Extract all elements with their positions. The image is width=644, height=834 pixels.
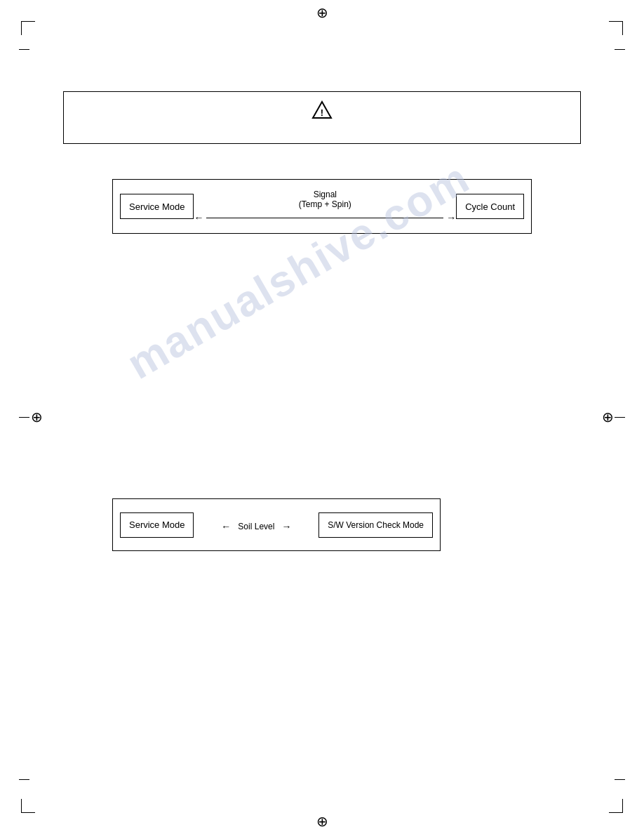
crosshair-bottom: ⊕ — [316, 813, 328, 830]
diagram2-sw-version-box: S/W Version Check Mode — [318, 512, 433, 538]
diagram1-service-mode-box: Service Mode — [120, 194, 194, 219]
corner-mark-bl — [21, 799, 35, 813]
corner-mark-br — [609, 799, 623, 813]
diagram2-arrow-left-icon: ← — [221, 521, 231, 532]
svg-text:!: ! — [321, 107, 323, 118]
diagram1-arrow-line: ← → — [194, 212, 456, 223]
reg-mark-right-bot — [615, 779, 625, 780]
reg-mark-left-bot — [19, 779, 29, 780]
diagram1-service-mode-label: Service Mode — [129, 201, 185, 212]
reg-mark-right-top — [615, 49, 625, 50]
diagram1-container: Service Mode Signal (Temp + Spin) ← → Cy… — [112, 179, 532, 234]
diagram2-arrow-line: ← Soil Level → — [194, 521, 318, 532]
diagram1-signal-label: Signal — [314, 190, 337, 199]
crosshair-left: ⊕ — [31, 409, 43, 425]
crosshair-right: ⊕ — [602, 409, 614, 425]
diagram2-service-mode-box: Service Mode — [120, 512, 194, 538]
diagram2-signal-section: ← Soil Level → — [194, 518, 318, 532]
diagram2-sw-version-label: S/W Version Check Mode — [328, 520, 424, 530]
corner-mark-tl — [21, 21, 35, 35]
diagram1-line — [206, 218, 443, 218]
diagram1-arrow-left-icon: ← — [194, 212, 203, 223]
diagram2-service-mode-label: Service Mode — [129, 519, 185, 530]
diagram2-container: Service Mode ← Soil Level → S/W Version … — [112, 498, 441, 551]
reg-mark-right-mid — [615, 417, 625, 418]
warning-icon-row: ! — [78, 100, 566, 119]
crosshair-top: ⊕ — [316, 4, 328, 21]
diagram1-cycle-count-label: Cycle Count — [465, 201, 515, 212]
diagram2-signal-label: Soil Level — [234, 522, 279, 531]
corner-mark-tr — [609, 21, 623, 35]
warning-triangle-icon: ! — [311, 100, 333, 119]
diagram1-cycle-count-box: Cycle Count — [456, 194, 524, 219]
reg-mark-left-top — [19, 49, 29, 50]
diagram2-arrow-right-icon: → — [281, 521, 291, 532]
diagram1-signal-section: Signal (Temp + Spin) ← → — [194, 190, 456, 223]
reg-mark-left-mid — [19, 417, 29, 418]
diagram1-signal-sub: (Temp + Spin) — [299, 199, 351, 209]
warning-box: ! — [63, 91, 581, 144]
diagram1-arrow-right-icon: → — [446, 212, 456, 223]
